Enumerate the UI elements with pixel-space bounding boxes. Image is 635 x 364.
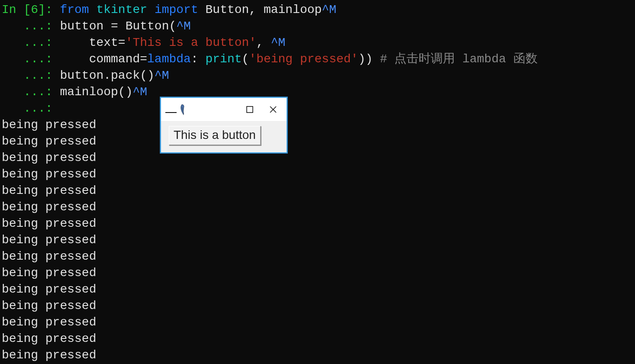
code-names: Button, mainloop bbox=[206, 3, 322, 16]
prompt-cont: ...: bbox=[2, 52, 60, 66]
prompt-in: In [6]: bbox=[2, 3, 60, 16]
code-line: command= bbox=[60, 52, 147, 66]
code-line: button.pack() bbox=[60, 69, 154, 82]
close-button[interactable] bbox=[261, 100, 285, 119]
tk-button[interactable]: This is a button bbox=[169, 126, 261, 145]
terminal-output: being pressed being pressed being presse… bbox=[2, 118, 96, 362]
code-kw-lambda: lambda bbox=[147, 52, 191, 66]
ctrl-m-marker: ^M bbox=[322, 3, 336, 16]
code-fn-print: print bbox=[206, 52, 242, 66]
prompt-cont: ...: bbox=[2, 36, 60, 49]
code-string: 'This is a button' bbox=[126, 36, 256, 49]
maximize-button[interactable] bbox=[238, 100, 261, 119]
tk-feather-icon bbox=[178, 103, 190, 116]
ctrl-m-marker: ^M bbox=[132, 85, 147, 99]
prompt-cont: ...: bbox=[2, 85, 60, 99]
ctrl-m-marker: ^M bbox=[271, 36, 286, 49]
ctrl-m-marker: ^M bbox=[176, 19, 191, 33]
prompt-cont: ...: bbox=[2, 19, 60, 33]
code-string: 'being pressed' bbox=[249, 52, 358, 66]
code-comment: # 点击时调用 lambda 函数 bbox=[380, 52, 538, 66]
svg-rect-0 bbox=[247, 106, 253, 113]
ctrl-m-marker: ^M bbox=[155, 69, 169, 82]
prompt-cont: ...: bbox=[2, 102, 60, 115]
titlebar[interactable] bbox=[161, 98, 287, 121]
code-line: mainloop() bbox=[60, 85, 132, 99]
code-line: text= bbox=[60, 36, 125, 49]
code-kw-import: import bbox=[155, 3, 198, 16]
terminal[interactable]: In [6]: from tkinter import Button, main… bbox=[0, 0, 635, 364]
tkinter-window[interactable]: This is a button bbox=[160, 97, 287, 153]
code-kw-from: from bbox=[60, 3, 89, 16]
tk-body: This is a button bbox=[161, 121, 287, 152]
minimize-button[interactable] bbox=[165, 112, 177, 113]
prompt-cont: ...: bbox=[2, 69, 60, 82]
code-module: tkinter bbox=[96, 3, 147, 16]
code-line: button = Button( bbox=[60, 19, 176, 33]
